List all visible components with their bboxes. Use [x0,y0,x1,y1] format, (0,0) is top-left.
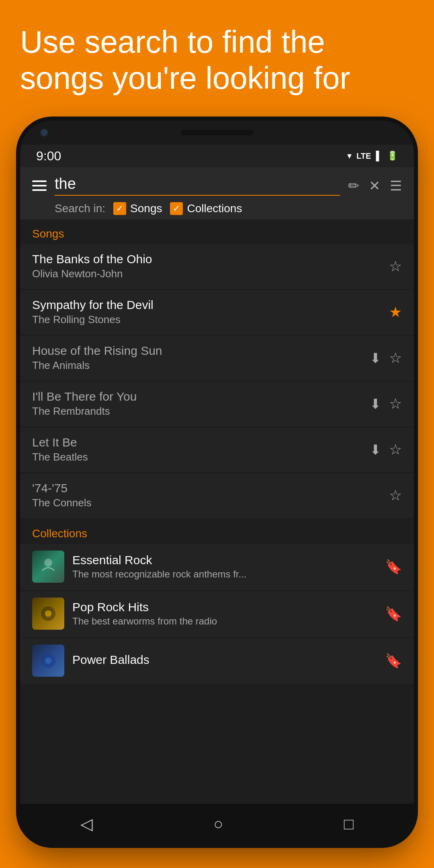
speaker [181,130,253,135]
song-info: Let It Be The Beatles [32,436,370,463]
search-in-label: Search in: [55,202,105,215]
collection-item[interactable]: Pop Rock Hits The best earworms from the… [20,591,414,637]
star-icon[interactable]: ☆ [389,487,402,504]
svg-point-0 [44,559,52,567]
song-artist: The Connels [32,497,389,509]
wifi-icon: ▾ [347,151,352,161]
status-time: 9:00 [36,149,61,164]
song-info: I'll Be There for You The Rembrandts [32,390,370,418]
collection-desc: The best earworms from the radio [72,616,385,627]
status-icons: ▾ LTE ▌ 🔋 [347,151,398,161]
song-artist: The Beatles [32,451,370,463]
search-input[interactable] [55,175,340,192]
svg-point-2 [45,610,51,617]
home-button[interactable]: ○ [213,815,223,833]
recent-button[interactable]: □ [344,815,354,833]
collection-info: Essential Rock The most recognizable roc… [72,553,385,580]
back-button[interactable]: ◁ [80,815,93,833]
close-icon[interactable]: ✕ [369,178,380,194]
search-input-wrap [55,175,340,196]
song-item[interactable]: I'll Be There for You The Rembrandts ⬇ ☆ [20,382,414,426]
song-item[interactable]: Sympathy for the Devil The Rolling Stone… [20,290,414,334]
song-artist: Olivia Newton-John [32,268,389,280]
song-artist: The Rolling Stones [32,313,389,326]
song-info: Sympathy for the Devil The Rolling Stone… [32,298,389,326]
bottom-nav: ◁ ○ □ [20,804,414,844]
checkbox-collections-box[interactable]: ✓ [170,202,183,215]
bookmark-icon[interactable]: 🔖 [385,653,402,669]
song-actions: ⬇ ☆ [370,350,402,366]
song-info: The Banks of the Ohio Olivia Newton-John [32,252,389,280]
search-row: ✏ ✕ ☰ [32,175,402,196]
song-item[interactable]: Let It Be The Beatles ⬇ ☆ [20,428,414,472]
collection-info: Power Ballads [72,653,385,668]
bookmark-icon[interactable]: 🔖 [385,559,402,575]
song-title: I'll Be There for You [32,390,370,403]
checkbox-songs-label: Songs [130,202,162,215]
song-item[interactable]: The Banks of the Ohio Olivia Newton-John… [20,244,414,289]
collection-desc: The most recognizable rock anthems fr... [72,569,385,580]
search-area: ✏ ✕ ☰ Search in: ✓ Songs ✓ Collections [20,167,414,223]
song-actions: ☆ [389,258,402,275]
collection-name: Essential Rock [72,553,385,567]
svg-point-4 [45,657,51,664]
song-title: '74-'75 [32,481,389,495]
collection-item[interactable]: Power Ballads 🔖 [20,638,414,684]
camera [40,129,48,137]
star-icon[interactable]: ☆ [389,395,402,412]
hero-text: Use search to find the songs you're look… [20,24,414,96]
checkbox-songs-box[interactable]: ✓ [113,202,126,215]
lte-label: LTE [356,151,371,161]
clear-text-icon[interactable]: ✏ [348,178,359,194]
collection-thumbnail [32,645,64,677]
checkbox-collections-label: Collections [187,202,242,215]
collection-thumbnail [32,598,64,630]
song-title: Let It Be [32,436,370,449]
phone-top [20,121,414,145]
bookmark-icon[interactable]: 🔖 [385,606,402,622]
search-in-row: Search in: ✓ Songs ✓ Collections [32,202,402,215]
battery-icon: 🔋 [387,151,398,161]
phone-shell: 9:00 ▾ LTE ▌ 🔋 ✏ ✕ ☰ Search in: ✓ [20,121,414,844]
song-artist: The Animals [32,359,370,372]
song-item[interactable]: House of the Rising Sun The Animals ⬇ ☆ [20,336,414,380]
hamburger-menu[interactable] [32,180,47,191]
collection-info: Pop Rock Hits The best earworms from the… [72,600,385,627]
song-actions: ⬇ ☆ [370,441,402,458]
song-title: House of the Rising Sun [32,344,370,358]
song-actions: ⬇ ☆ [370,395,402,412]
star-icon[interactable]: ★ [389,304,402,321]
song-info: House of the Rising Sun The Animals [32,344,370,372]
collection-item[interactable]: Essential Rock The most recognizable roc… [20,544,414,590]
checkbox-songs[interactable]: ✓ Songs [113,202,162,215]
signal-icon: ▌ [376,151,382,161]
star-icon[interactable]: ☆ [389,441,402,458]
collection-thumbnail [32,551,64,583]
song-title: Sympathy for the Devil [32,298,389,312]
songs-section-header: Songs [20,219,414,244]
filter-icon[interactable]: ☰ [390,178,402,194]
content-area: Songs The Banks of the Ohio Olivia Newto… [20,219,414,804]
song-artist: The Rembrandts [32,405,370,418]
status-bar: 9:00 ▾ LTE ▌ 🔋 [20,145,414,167]
collection-name: Power Ballads [72,653,385,667]
collections-section-header: Collections [20,519,414,544]
checkbox-collections[interactable]: ✓ Collections [170,202,242,215]
download-icon[interactable]: ⬇ [370,396,381,412]
search-actions: ✏ ✕ ☰ [348,178,402,194]
download-icon[interactable]: ⬇ [370,442,381,458]
song-actions: ★ [389,304,402,321]
star-icon[interactable]: ☆ [389,350,402,366]
song-info: '74-'75 The Connels [32,481,389,509]
song-title: The Banks of the Ohio [32,252,389,266]
star-icon[interactable]: ☆ [389,258,402,275]
song-actions: ☆ [389,487,402,504]
collection-name: Pop Rock Hits [72,600,385,614]
download-icon[interactable]: ⬇ [370,350,381,366]
song-item[interactable]: '74-'75 The Connels ☆ [20,473,414,518]
